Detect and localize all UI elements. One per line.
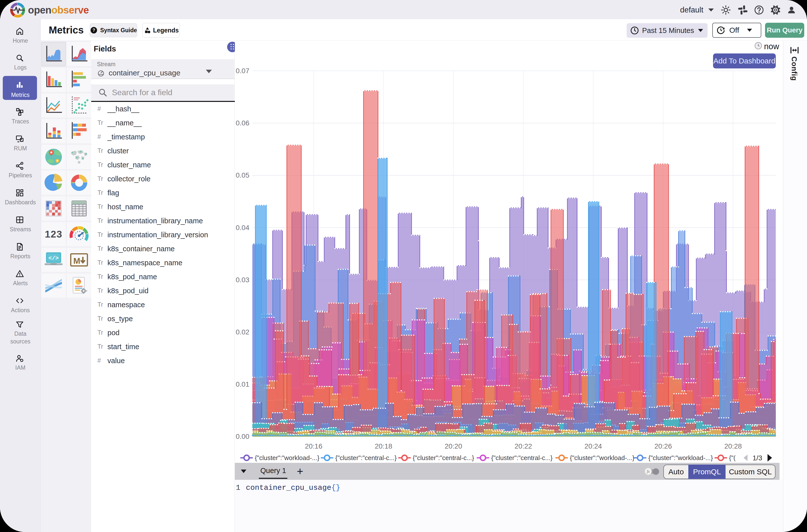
svg-text:20:28: 20:28	[724, 442, 742, 450]
svg-text:0.07: 0.07	[236, 67, 249, 75]
svg-text:</>: </>	[49, 255, 59, 262]
svg-text:0.06: 0.06	[236, 119, 249, 127]
svg-text:20:26: 20:26	[654, 442, 672, 450]
svg-text:0.01: 0.01	[236, 380, 249, 388]
svg-text:?: ?	[92, 28, 95, 33]
svg-text:0.05: 0.05	[236, 171, 249, 179]
svg-text:0.04: 0.04	[236, 224, 249, 231]
svg-text:{"cluster":"central-c...}: {"cluster":"central-c...}	[491, 454, 553, 461]
svg-text:{"(: {"(	[729, 454, 736, 461]
svg-text:20:20: 20:20	[445, 442, 462, 450]
svg-text:0.00: 0.00	[236, 433, 249, 440]
svg-text:M: M	[73, 256, 80, 266]
svg-text:123: 123	[45, 229, 62, 240]
svg-text:{"cluster":"central-c...}: {"cluster":"central-c...}	[413, 454, 474, 461]
svg-text:1/3: 1/3	[753, 454, 762, 462]
svg-text:20:16: 20:16	[305, 442, 322, 450]
svg-text:0.02: 0.02	[236, 328, 249, 336]
svg-text:{"cluster":"workload-...}: {"cluster":"workload-...}	[570, 454, 635, 461]
svg-text:0.03: 0.03	[236, 276, 249, 284]
svg-text:{"cluster":"workload-...}: {"cluster":"workload-...}	[255, 454, 320, 461]
svg-text:20:24: 20:24	[584, 442, 602, 450]
svg-text:{"cluster":"central-c...}: {"cluster":"central-c...}	[335, 454, 397, 461]
svg-text:20:18: 20:18	[375, 442, 392, 450]
svg-text:20:22: 20:22	[515, 442, 532, 450]
svg-text:{"cluster":"workload-...}: {"cluster":"workload-...}	[648, 454, 713, 461]
